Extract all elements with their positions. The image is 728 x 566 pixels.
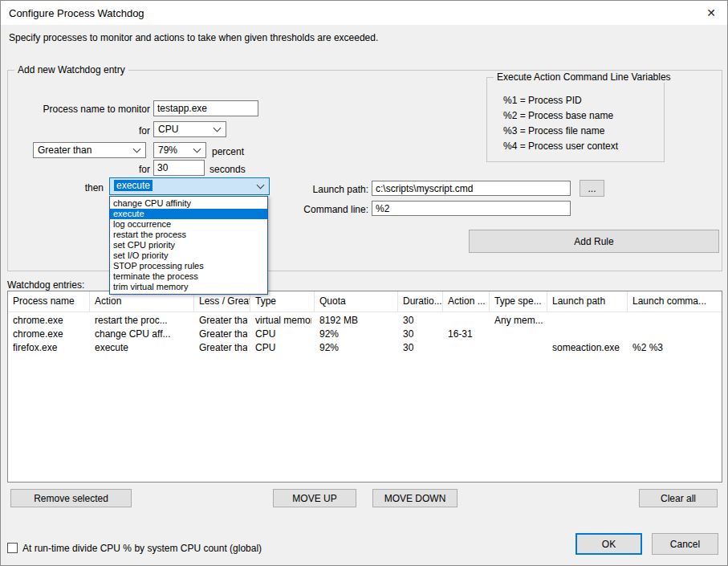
dialog-description: Specify processes to monitor and actions… [9, 32, 378, 43]
browse-button[interactable]: ... [580, 180, 604, 197]
percent-label: percent [212, 146, 244, 157]
action-option-trim-virtual-memory[interactable]: trim virtual memory [110, 282, 267, 292]
action-combo-value: execute [114, 180, 153, 191]
cancel-button[interactable]: Cancel [652, 533, 718, 555]
chevron-down-icon [214, 124, 222, 132]
move-down-button[interactable]: MOVE DOWN [372, 489, 458, 507]
table-cell: 8192 MB [319, 314, 395, 328]
table-row[interactable]: firefox.exe execute Greater than CPU 92%… [8, 341, 722, 355]
column-header-duration[interactable]: Duratio... [398, 291, 443, 312]
column-header-launch-command[interactable]: Launch comma... [628, 291, 722, 312]
cpu-divide-label: At run-time divide CPU % by system CPU c… [22, 543, 262, 554]
variables-group-title: Execute Action Command Line Variables [494, 71, 674, 83]
move-up-button[interactable]: MOVE UP [273, 489, 356, 507]
table-row[interactable]: chrome.exe restart the proc... Greater t… [8, 314, 722, 328]
process-name-label: Process name to monitor [17, 104, 150, 115]
threshold-combo[interactable]: 79% [153, 142, 206, 158]
command-line-input[interactable] [372, 201, 571, 216]
action-option-log-occurrence[interactable]: log occurrence [110, 219, 267, 230]
table-cell: change CPU aff... [95, 328, 191, 341]
action-option-set-cpu-priority[interactable]: set CPU priority [110, 240, 267, 250]
action-option-terminate-the-process[interactable]: terminate the process [110, 271, 267, 282]
table-cell: 16-31 [448, 328, 486, 341]
chevron-down-icon [193, 145, 201, 153]
table-cell: 30 [403, 341, 440, 355]
for-duration-label: for [17, 164, 150, 175]
launch-path-input[interactable] [372, 181, 571, 196]
variable-item: %2 = Process base name [503, 110, 613, 121]
close-icon[interactable]: ✕ [702, 5, 721, 21]
metric-combo[interactable]: CPU [153, 121, 226, 137]
table-cell [494, 341, 544, 355]
process-name-input[interactable] [153, 100, 258, 116]
table-cell [632, 314, 718, 328]
column-header-quota[interactable]: Quota [315, 291, 398, 312]
table-cell: firefox.exe [13, 341, 87, 355]
table-cell: Greater than [199, 341, 247, 355]
action-dropdown-list: change CPU affinity execute log occurren… [109, 196, 268, 295]
variable-item: %4 = Process user context [503, 140, 618, 152]
table-cell: 30 [403, 314, 440, 328]
table-cell: 92% [319, 341, 395, 355]
duration-input[interactable] [153, 160, 205, 176]
table-cell: Greater than [199, 328, 247, 341]
action-option-restart-the-process[interactable]: restart the process [110, 230, 267, 240]
entries-label: Watchdog entries: [7, 279, 84, 291]
title-bar: Configure Process Watchdog ✕ [1, 1, 727, 25]
table-cell: CPU [255, 341, 311, 355]
table-cell [552, 328, 624, 341]
action-combo[interactable]: execute [109, 177, 270, 195]
entries-table: Process name Action Less / Greater Type … [7, 291, 722, 483]
action-option-execute[interactable]: execute [110, 209, 267, 219]
table-cell: Any mem... [494, 314, 544, 328]
action-option-stop-processing-rules[interactable]: STOP processing rules [110, 261, 267, 271]
table-cell: chrome.exe [13, 314, 87, 328]
table-cell: restart the proc... [95, 314, 191, 328]
remove-selected-button[interactable]: Remove selected [10, 489, 132, 507]
table-cell: %2 %3 [632, 341, 718, 355]
then-label: then [17, 182, 104, 193]
action-option-change-cpu-affinity[interactable]: change CPU affinity [110, 198, 267, 209]
table-cell [632, 328, 718, 341]
column-header-process-name[interactable]: Process name [8, 291, 90, 312]
table-cell: chrome.exe [13, 328, 87, 341]
table-cell: 92% [319, 328, 395, 341]
cpu-divide-checkbox[interactable] [7, 543, 18, 553]
clear-all-button[interactable]: Clear all [639, 489, 718, 507]
column-header-launch-path[interactable]: Launch path [547, 291, 628, 312]
table-cell: Greater than [199, 314, 247, 328]
ok-button[interactable]: OK [575, 533, 642, 555]
table-cell: someaction.exe [552, 341, 624, 355]
table-cell: virtual memory [255, 314, 311, 328]
table-row[interactable]: chrome.exe change CPU aff... Greater tha… [8, 328, 722, 341]
variable-item: %1 = Process PID [503, 95, 582, 106]
add-rule-button[interactable]: Add Rule [469, 230, 719, 253]
comparison-combo[interactable]: Greater than [33, 142, 146, 158]
add-entry-group-title: Add new Watchdog entry [14, 64, 128, 75]
dialog-title: Configure Process Watchdog [9, 7, 144, 19]
variables-group: Execute Action Command Line Variables %1… [486, 77, 665, 162]
threshold-combo-value: 79% [158, 145, 177, 156]
action-option-set-io-priority[interactable]: set I/O priority [110, 250, 267, 261]
chevron-down-icon [257, 181, 265, 189]
table-cell: 30 [403, 328, 440, 341]
command-line-label: Command line: [288, 204, 368, 215]
table-cell [448, 314, 486, 328]
launch-path-label: Launch path: [288, 184, 368, 195]
table-cell [448, 341, 486, 355]
table-cell [494, 328, 544, 341]
seconds-label: seconds [209, 164, 246, 175]
comparison-combo-value: Greater than [38, 145, 92, 156]
table-cell: execute [95, 341, 191, 355]
variable-item: %3 = Process file name [503, 125, 604, 136]
for-metric-label: for [17, 125, 150, 136]
table-cell: CPU [255, 328, 311, 341]
column-header-type-spec[interactable]: Type spe... [490, 291, 547, 312]
chevron-down-icon [133, 145, 141, 153]
metric-combo-value: CPU [158, 124, 178, 135]
configure-process-watchdog-dialog: Configure Process Watchdog ✕ Specify pro… [0, 0, 728, 566]
table-cell [552, 314, 624, 328]
column-header-action-spec[interactable]: Action ... [443, 291, 490, 312]
